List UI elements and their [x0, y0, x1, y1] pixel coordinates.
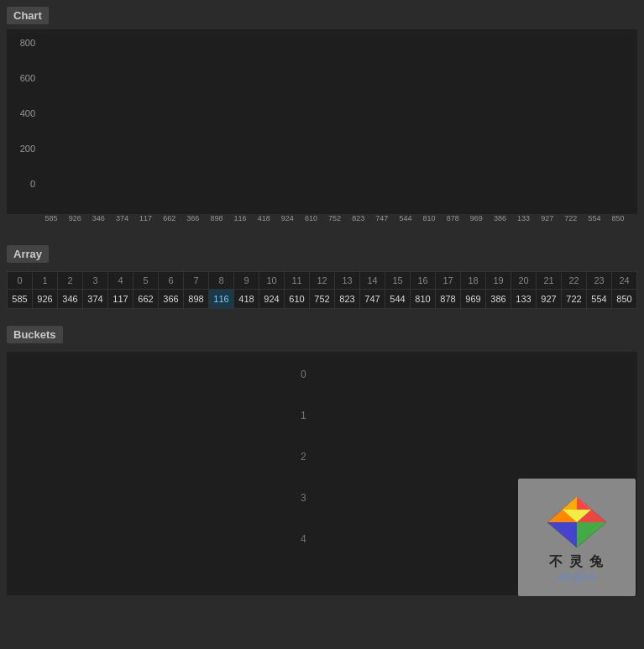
x-label: 810 [418, 214, 440, 222]
x-label: 823 [348, 214, 369, 222]
array-cell: 133 [511, 290, 537, 309]
x-label: 610 [300, 214, 322, 222]
buckets-section: Buckets 01234 不 灵 兔 bling2cn [0, 319, 644, 605]
watermark-sub-text: bling2cn [558, 571, 596, 583]
x-label: 747 [371, 214, 393, 222]
kite-icon [539, 493, 615, 552]
x-label: 927 [537, 214, 558, 222]
array-cell: 610 [285, 290, 310, 309]
array-cell: 924 [259, 290, 285, 309]
bucket-y-label: 3 [301, 492, 306, 504]
array-index-header: 13 [335, 272, 360, 290]
array-cell: 544 [385, 290, 411, 309]
array-index-header: 10 [259, 272, 285, 290]
bucket-y-label: 1 [301, 410, 306, 421]
array-index-header: 17 [436, 272, 461, 290]
chart-title: Chart [7, 7, 49, 24]
x-label: 898 [206, 214, 228, 222]
array-index-header: 20 [511, 272, 537, 290]
array-index-header: 11 [285, 272, 310, 290]
array-cell: 116 [209, 290, 234, 309]
array-index-header: 8 [209, 272, 234, 290]
array-index-header: 4 [108, 272, 134, 290]
array-cell: 752 [310, 290, 335, 309]
array-index-header: 6 [159, 272, 184, 290]
x-label: 544 [395, 214, 416, 222]
array-cell: 747 [360, 290, 385, 309]
array-value-row: 5859263463741176623668981164189246107528… [8, 290, 637, 309]
array-index-header: 2 [58, 272, 83, 290]
watermark-chinese-text: 不 灵 兔 [549, 553, 605, 571]
bucket-y-labels: 01234 [301, 369, 306, 545]
bucket-y-label: 2 [301, 451, 306, 463]
array-title: Array [7, 245, 49, 263]
x-label: 418 [253, 214, 275, 222]
x-label: 969 [465, 214, 487, 222]
svg-marker-3 [577, 522, 606, 547]
array-table: 0123456789101112131415161718192021222324… [7, 271, 637, 309]
watermark: 不 灵 兔 bling2cn [518, 479, 636, 596]
array-cell: 926 [33, 290, 58, 309]
array-cell: 346 [58, 290, 83, 309]
x-label: 752 [324, 214, 346, 222]
x-label: 722 [560, 214, 582, 222]
x-label: 117 [135, 214, 157, 222]
array-cell: 585 [8, 290, 33, 309]
x-labels: 5859263463741176623668981164189246107528… [7, 214, 637, 235]
array-cell: 823 [335, 290, 360, 309]
array-cell: 117 [108, 290, 134, 309]
array-index-header: 23 [587, 272, 612, 290]
array-index-header: 21 [537, 272, 562, 290]
array-cell: 898 [184, 290, 209, 309]
array-index-header: 22 [562, 272, 587, 290]
array-index-header: 1 [33, 272, 58, 290]
bucket-y-label: 4 [301, 533, 306, 545]
x-label: 386 [489, 214, 510, 222]
array-cell: 810 [411, 290, 436, 309]
array-index-header: 12 [310, 272, 335, 290]
array-index-header: 7 [184, 272, 209, 290]
array-cell: 878 [436, 290, 461, 309]
x-label: 374 [111, 214, 133, 222]
array-section: Array 0123456789101112131415161718192021… [0, 238, 644, 316]
array-index-header: 9 [234, 272, 259, 290]
array-cell: 366 [159, 290, 184, 309]
chart-section: Chart 8006004002000 58592634637411766236… [0, 0, 644, 235]
array-index-header: 3 [83, 272, 108, 290]
array-index-header: 16 [411, 272, 436, 290]
array-index-header: 14 [360, 272, 385, 290]
x-label: 878 [442, 214, 463, 222]
array-cell: 418 [234, 290, 259, 309]
x-label: 366 [182, 214, 204, 222]
array-cell: 662 [134, 290, 159, 309]
x-label: 116 [229, 214, 251, 222]
array-index-header: 19 [486, 272, 511, 290]
bars-area [40, 38, 629, 189]
array-cell: 554 [587, 290, 612, 309]
bucket-y-label: 0 [301, 369, 306, 380]
array-index-header: 24 [612, 272, 637, 290]
x-label: 926 [64, 214, 86, 222]
array-cell: 969 [461, 290, 486, 309]
x-label: 850 [607, 214, 629, 222]
array-cell: 386 [486, 290, 511, 309]
chart-container: 8006004002000 [7, 29, 637, 214]
array-header-row: 0123456789101112131415161718192021222324 [8, 272, 637, 290]
x-label: 133 [513, 214, 535, 222]
array-cell: 722 [562, 290, 587, 309]
x-label: 924 [276, 214, 298, 222]
array-cell: 374 [83, 290, 108, 309]
svg-marker-4 [547, 522, 577, 547]
array-index-header: 18 [461, 272, 486, 290]
buckets-title: Buckets [7, 326, 63, 343]
x-label: 554 [584, 214, 605, 222]
x-label: 585 [40, 214, 62, 222]
array-index-header: 5 [134, 272, 159, 290]
array-index-header: 15 [385, 272, 411, 290]
array-index-header: 0 [8, 272, 33, 290]
array-cell: 850 [612, 290, 637, 309]
y-axis: 8006004002000 [7, 38, 39, 189]
x-label: 346 [87, 214, 109, 222]
x-label: 662 [159, 214, 181, 222]
array-cell: 927 [537, 290, 562, 309]
